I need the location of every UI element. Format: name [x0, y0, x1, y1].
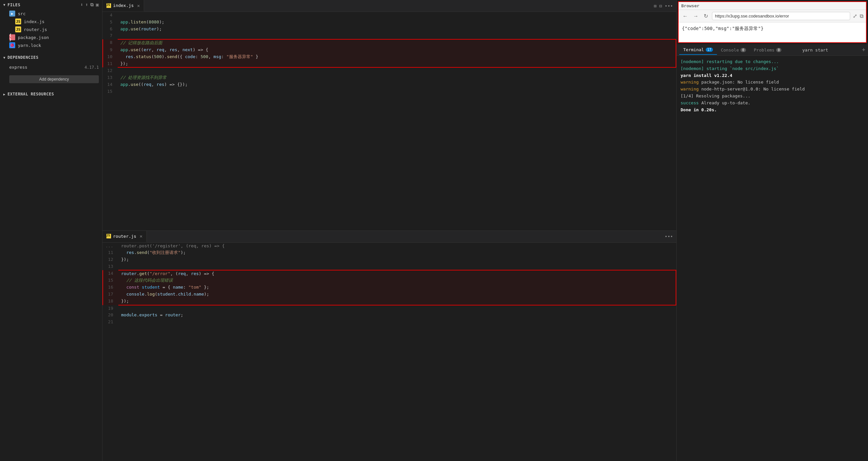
tab-router-label: router.js: [113, 234, 136, 239]
editor1-tab-bar: JS index.js ✕ ⊞ ⊟ •••: [102, 0, 676, 12]
yarn-icon: 🧶: [9, 42, 15, 48]
table-row: 9 app.use((err, req, res, next) => {: [103, 46, 676, 54]
terminal-warn-label-2: warning: [681, 87, 702, 92]
terminal-line-3: yarn install v1.22.4: [681, 73, 733, 78]
problems-badge: 0: [776, 48, 781, 52]
browser-toolbar: ← → ↻ ⤢ ⧉: [679, 10, 866, 23]
terminal-tab-bar: Terminal 17 Console 0 Problems 0 yarn st…: [677, 44, 868, 56]
editor2-content[interactable]: ... router.post('/register', (req, res) …: [102, 243, 676, 461]
files-label: Files: [8, 3, 21, 7]
table-row: 16 const student = { name: "tom" };: [103, 284, 676, 291]
dep-express[interactable]: express 4.17.1: [9, 64, 99, 71]
table-row: 7: [103, 32, 676, 39]
browser-back-button[interactable]: ←: [681, 12, 689, 20]
dependencies-label: Dependencies: [8, 55, 39, 60]
table-row: 6 app.use(router);: [103, 26, 676, 33]
sidebar-file-actions: ⬇ ⬆ ⧉ ▣: [80, 2, 99, 8]
list-item: success Already up-to-date.: [681, 100, 864, 107]
copy-icon[interactable]: ⧉: [90, 2, 94, 8]
sidebar: ▼ Files ⬇ ⬆ ⧉ ▣ ▶ src JS index.js JS rou…: [0, 0, 102, 461]
add-dependency-button[interactable]: Add dependency: [9, 75, 99, 83]
browser-content: {"code":500,"msg":"服务器异常"}: [679, 23, 866, 42]
editor-pane-router: JS router.js ✕ ••• ... router.post('/reg…: [102, 231, 676, 461]
dep-express-version: 4.17.1: [85, 65, 99, 70]
new-folder-icon[interactable]: ⬆: [85, 2, 88, 8]
sidebar-item-router-js[interactable]: JS router.js: [0, 26, 102, 33]
terminal-add-button[interactable]: +: [862, 46, 865, 54]
tab-index-close[interactable]: ✕: [137, 3, 140, 8]
main-area: JS index.js ✕ ⊞ ⊟ ••• 4: [102, 0, 676, 461]
problems-tab-label: Problems: [754, 47, 775, 53]
terminal-warn-text-1: package.json: No license field: [702, 79, 779, 85]
list-item: Done in 0.20s.: [681, 107, 864, 113]
tab-console[interactable]: Console 0: [717, 45, 750, 55]
sidebar-item-package-json[interactable]: { } package.json: [0, 33, 102, 41]
external-section-header[interactable]: ▶ External resources: [0, 90, 102, 98]
list-item: [nodemon] starting `node src/index.js`: [681, 65, 864, 72]
tab-terminal[interactable]: Terminal 17: [679, 45, 717, 55]
more-icon[interactable]: •••: [665, 3, 673, 8]
terminal-success-label: success: [681, 100, 702, 105]
table-row: ... router.post('/register', (req, res) …: [103, 243, 676, 250]
tab-router-close[interactable]: ✕: [140, 233, 142, 239]
sidebar-item-yarn-lock[interactable]: 🧶 yarn.lock: [0, 41, 102, 49]
folder-icon: ▶: [9, 10, 15, 17]
editor2-actions: •••: [661, 234, 676, 239]
list-item: [nodemon] restarting due to changes...: [681, 59, 864, 65]
editor-pane-index: JS index.js ✕ ⊞ ⊟ ••• 4: [102, 0, 676, 231]
sidebar-item-index-js[interactable]: JS index.js: [0, 18, 102, 26]
external-label: External resources: [8, 92, 54, 96]
table-row: 12: [103, 67, 676, 74]
table-row: 13 // 处理资源找不到异常: [103, 74, 676, 81]
browser-url-input[interactable]: [712, 12, 850, 20]
new-file-icon[interactable]: ⬇: [80, 2, 83, 8]
terminal-warn-text-2: node-http-server@1.0.0: No license field: [702, 87, 805, 92]
browser-response-text: {"code":500,"msg":"服务器异常"}: [682, 26, 764, 31]
tab-index-label: index.js: [113, 3, 134, 8]
browser-open-new-icon[interactable]: ⧉: [860, 13, 863, 19]
editor1-content[interactable]: 4 5 app.listen(8080); 6 app.use(router);: [102, 12, 676, 230]
list-item: yarn install v1.22.4: [681, 72, 864, 79]
browser-expand-icon[interactable]: ⤢: [853, 13, 857, 19]
console-badge: 0: [740, 48, 746, 52]
terminal-tab-label: Terminal: [683, 47, 704, 52]
table-row: 15 // 这段代码会出现错误: [103, 277, 676, 284]
right-panel: Browser ← → ↻ ⤢ ⧉ {"code":500,"msg":"服务器…: [676, 0, 868, 461]
list-item: warning package.json: No license field: [681, 79, 864, 86]
tab-problems[interactable]: Problems 0: [750, 45, 786, 55]
package-json-label: package.json: [18, 35, 49, 40]
browser-section: Browser ← → ↻ ⤢ ⧉ {"code":500,"msg":"服务器…: [678, 1, 867, 43]
browser-refresh-button[interactable]: ↻: [703, 12, 709, 20]
terminal-section: Terminal 17 Console 0 Problems 0 yarn st…: [677, 44, 868, 461]
terminal-done-line: Done in 0.20s.: [681, 107, 717, 112]
table-row: 13: [103, 263, 676, 270]
table-row: 12 });: [103, 256, 676, 263]
tab-index-js[interactable]: JS index.js ✕: [102, 0, 144, 11]
js-icon-index: JS: [15, 19, 21, 25]
table-row: 4: [103, 12, 676, 19]
more-icon2[interactable]: •••: [665, 234, 673, 239]
js-icon-router: JS: [15, 26, 21, 32]
tab-router-js[interactable]: JS router.js ✕: [102, 231, 147, 242]
upload-icon[interactable]: ▣: [96, 2, 99, 8]
browser-forward-button[interactable]: →: [692, 12, 700, 20]
split-v-icon[interactable]: ⊟: [659, 3, 662, 8]
table-row: 18 });: [103, 298, 676, 305]
table-row: 19: [103, 305, 676, 312]
dep-express-name: express: [9, 65, 27, 70]
files-section-header[interactable]: ▼ Files ⬇ ⬆ ⧉ ▣: [0, 0, 102, 9]
deps-chevron-icon: ▼: [3, 56, 6, 60]
dependencies-section-header[interactable]: ▼ Dependencies: [0, 53, 102, 62]
table-row: 15: [103, 88, 676, 95]
json-icon: { }: [9, 34, 15, 40]
dependencies-list: express 4.17.1: [0, 62, 102, 73]
list-item: [1/4] Resolving packages...: [681, 93, 864, 100]
table-row: 10 res.status(500).send({ code: 500, msg…: [103, 54, 676, 60]
sidebar-folder-src[interactable]: ▶ src: [0, 9, 102, 18]
browser-label: Browser: [679, 2, 866, 10]
table-row: 8 // 记得放在路由后面: [103, 39, 676, 46]
list-item: warning node-http-server@1.0.0: No licen…: [681, 86, 864, 93]
split-h-icon[interactable]: ⊞: [654, 3, 656, 8]
terminal-content[interactable]: [nodemon] restarting due to changes... […: [677, 56, 868, 461]
console-tab-label: Console: [721, 47, 739, 53]
